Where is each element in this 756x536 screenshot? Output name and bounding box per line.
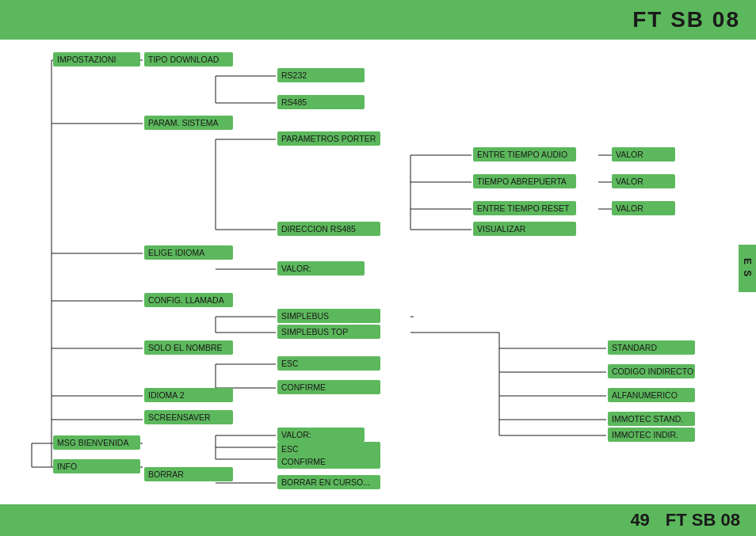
bottom-bar: 49 FT SB 08	[0, 504, 756, 536]
node-codigo-indirecto: CODIGO INDIRECTO	[612, 367, 693, 376]
node-standard: STANDARD	[612, 343, 657, 352]
node-screensaver: SCREENSAVER	[148, 412, 211, 422]
main-content: IMPOSTAZIONI TIPO DOWNLOAD RS232 RS485 P…	[0, 40, 756, 504]
node-immotec-indir: IMMOTEC INDIR.	[612, 430, 678, 439]
node-borrar: BORRAR	[148, 469, 184, 479]
node-simplebus-top: SIMPLEBUS TOP	[281, 327, 348, 336]
top-bar: FT SB 08	[0, 0, 756, 40]
node-visualizar: VISUALIZAR	[477, 224, 526, 234]
node-solo-el-nombre: SOLO EL NOMBRE	[148, 343, 223, 352]
node-idioma2: IDIOMA 2	[148, 390, 185, 400]
page-title: FT SB 08	[632, 7, 740, 32]
node-config-llamada: CONFIG. LLAMADA	[148, 295, 224, 305]
footer-title: FT SB 08	[666, 510, 740, 530]
node-valor3: VALOR	[616, 203, 643, 213]
node-elige-idioma: ELIGE IDIOMA	[148, 248, 204, 257]
node-msg-bienvenida: MSG BIENVENIDA	[57, 438, 128, 447]
node-borrar-en-curso: BORRAR EN CURSO...	[281, 477, 370, 487]
node-info: INFO	[57, 462, 77, 471]
side-tab-label: E S	[739, 245, 756, 292]
node-esc2: ESC	[281, 444, 299, 454]
node-rs232: RS232	[281, 70, 307, 80]
node-esc1: ESC	[281, 359, 299, 368]
node-impostazioni: IMPOSTAZIONI	[57, 55, 116, 64]
node-confirme2: CONFIRME	[281, 457, 326, 466]
node-tiempo-abrepuerta: TIEMPO ABREPUERTA	[477, 177, 567, 186]
node-rs485: RS485	[281, 97, 307, 107]
node-entre-tiempo-reset: ENTRE TIEMPO RESET	[477, 203, 570, 213]
node-param-sistema: PARAM. SISTEMA	[148, 118, 219, 127]
node-parametros-porter: PARAMETROS PORTER	[281, 134, 376, 143]
node-tipo-download: TIPO DOWNLOAD	[148, 55, 220, 64]
node-valor-screen: VALOR:	[281, 430, 311, 439]
node-confirme1: CONFIRME	[281, 382, 326, 392]
page-number: 49	[630, 510, 649, 530]
node-valor-idioma: VALOR:	[281, 264, 311, 273]
node-valor1: VALOR	[616, 150, 643, 159]
node-simplebus: SIMPLEBUS	[281, 311, 329, 321]
node-valor2: VALOR	[616, 177, 643, 186]
node-direccion-rs485: DIRECCION RS485	[281, 224, 356, 234]
node-entre-tiempo-audio: ENTRE TIEMPO AUDIO	[477, 150, 567, 159]
node-alfanumerico: ALFANUMERICO	[612, 390, 678, 400]
node-immotec-stand: IMMOTEC STAND.	[612, 414, 683, 424]
